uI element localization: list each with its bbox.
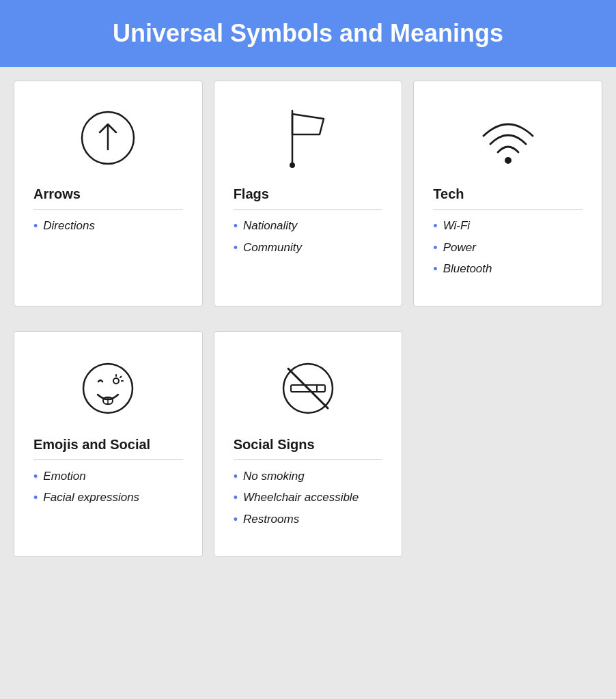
flag-icon <box>277 104 339 172</box>
social-signs-list: No smoking Wheelchair accessible Restroo… <box>234 470 383 534</box>
emoji-icon <box>77 358 139 419</box>
svg-point-4 <box>505 158 511 163</box>
empty-cell <box>413 331 602 557</box>
list-item: Wheelchair accessible <box>234 491 383 506</box>
emojis-list: Emotion Facial expressions <box>33 470 183 513</box>
list-item: Facial expressions <box>33 491 183 506</box>
wifi-icon <box>474 107 542 169</box>
list-item: No smoking <box>234 470 383 485</box>
tech-title: Tech <box>433 186 583 202</box>
card-arrows: Arrows Directions <box>14 81 203 306</box>
list-item: Emotion <box>33 470 183 485</box>
svg-point-5 <box>83 364 132 413</box>
arrows-icon-area <box>33 100 183 175</box>
list-item: Wi-Fi <box>433 219 583 234</box>
svg-point-3 <box>290 163 294 167</box>
arrow-icon <box>77 107 139 169</box>
tech-icon-area <box>433 100 583 175</box>
flags-list: Nationality Community <box>234 219 383 262</box>
tech-list: Wi-Fi Power Bluetooth <box>433 219 583 284</box>
social-signs-icon-area <box>234 351 383 426</box>
list-item: Community <box>234 241 383 256</box>
flags-title: Flags <box>234 186 383 202</box>
card-emojis: Emojis and Social Emotion Facial express… <box>14 331 203 557</box>
flags-divider <box>234 209 383 210</box>
arrows-list: Directions <box>33 219 183 241</box>
list-item: Nationality <box>234 219 383 234</box>
page-title: Universal Symbols and Meanings <box>14 19 602 48</box>
list-item: Bluetooth <box>433 262 583 277</box>
svg-line-15 <box>288 369 328 408</box>
social-signs-title: Social Signs <box>234 437 383 453</box>
list-item: Power <box>433 241 583 256</box>
no-smoking-icon <box>277 358 339 419</box>
arrows-divider <box>33 209 183 210</box>
emojis-divider <box>33 459 183 460</box>
emojis-icon-area <box>33 351 183 426</box>
arrows-title: Arrows <box>33 186 183 202</box>
page-header: Universal Symbols and Meanings <box>0 0 616 67</box>
card-flags: Flags Nationality Community <box>214 81 403 306</box>
list-item: Restrooms <box>234 513 383 528</box>
tech-divider <box>433 209 583 210</box>
svg-line-8 <box>120 376 122 377</box>
bottom-grid: Emojis and Social Emotion Facial express… <box>0 331 616 571</box>
list-item: Directions <box>33 219 183 234</box>
card-social-signs: Social Signs No smoking Wheelchair acces… <box>214 331 403 557</box>
social-signs-divider <box>234 459 383 460</box>
emojis-title: Emojis and Social <box>33 437 183 453</box>
card-tech: Tech Wi-Fi Power Bluetooth <box>413 81 602 306</box>
flags-icon-area <box>234 100 383 175</box>
top-grid: Arrows Directions Flags Nationality Comm… <box>0 67 616 331</box>
svg-point-6 <box>113 378 119 384</box>
